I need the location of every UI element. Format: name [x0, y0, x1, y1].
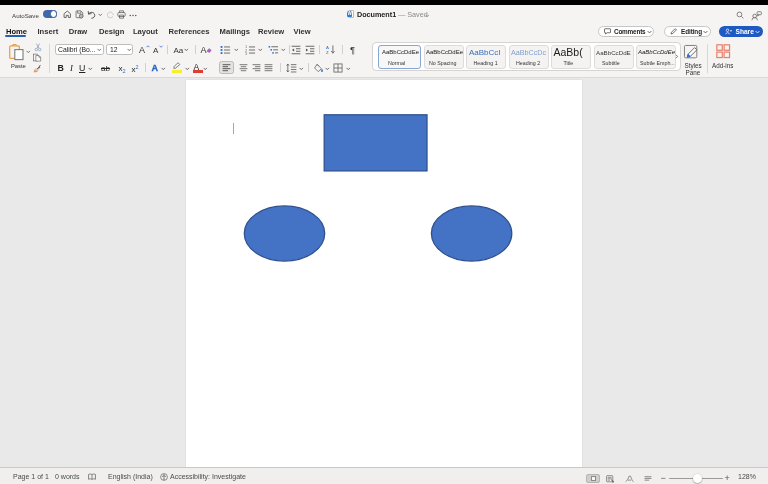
svg-text:Z: Z — [326, 50, 329, 55]
svg-text:3: 3 — [245, 51, 247, 55]
svg-text:A: A — [326, 45, 329, 50]
